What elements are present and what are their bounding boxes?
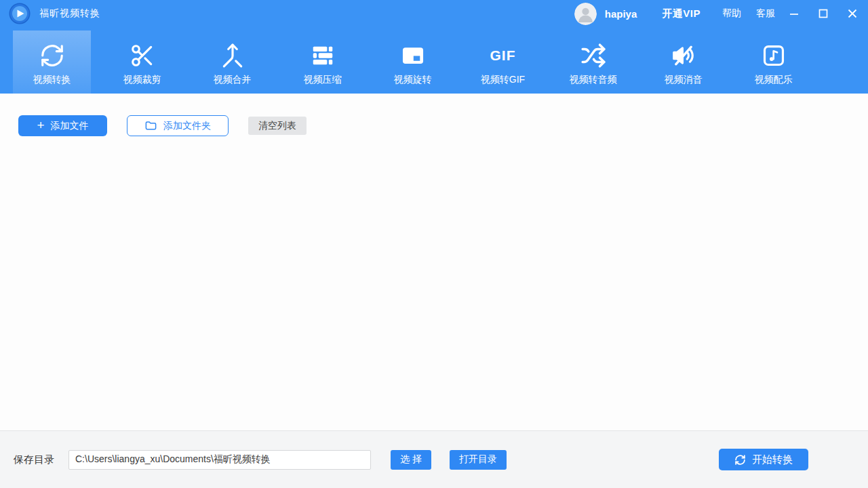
minimize-button[interactable]	[784, 3, 804, 24]
add-file-button[interactable]: + 添加文件	[18, 115, 107, 136]
app-logo-icon	[9, 3, 31, 24]
tab-label: 视频旋转	[394, 74, 432, 86]
maximize-button[interactable]	[813, 3, 833, 24]
plus-icon: +	[37, 119, 44, 131]
merge-icon	[220, 42, 245, 69]
tab-video-merge[interactable]: 视频合并	[187, 27, 277, 94]
tab-label: 视频转音频	[570, 74, 617, 86]
tab-label: 视频裁剪	[123, 74, 161, 86]
username[interactable]: hapiya	[605, 8, 637, 20]
close-button[interactable]	[842, 3, 863, 24]
mute-icon	[671, 42, 696, 69]
tab-video-convert[interactable]: 视频转换	[7, 27, 97, 94]
tab-label: 视频配乐	[755, 74, 793, 86]
clear-list-button[interactable]: 清空列表	[248, 117, 307, 135]
tab-video-mute[interactable]: 视频消音	[638, 27, 728, 94]
gif-icon: GIF	[490, 42, 516, 69]
tab-video-compress[interactable]: 视频压缩	[277, 27, 368, 94]
save-path-input[interactable]	[68, 450, 371, 470]
rotate-icon	[400, 42, 426, 69]
add-folder-button[interactable]: 添加文件夹	[127, 115, 229, 136]
tab-label: 视频压缩	[304, 74, 342, 86]
convert-refresh-icon	[734, 454, 746, 466]
tab-video-to-gif[interactable]: GIF 视频转GIF	[458, 27, 548, 94]
avatar[interactable]	[574, 3, 597, 25]
tab-label: 视频消音	[665, 74, 703, 86]
toolbar: 视频转换 视频裁剪 视频合并	[0, 27, 868, 94]
open-dir-button[interactable]: 打开目录	[450, 450, 507, 470]
music-icon	[761, 42, 787, 69]
start-convert-label: 开始转换	[752, 453, 793, 466]
shuffle-icon	[580, 42, 606, 69]
start-convert-button[interactable]: 开始转换	[719, 449, 808, 470]
support-button[interactable]: 客服	[756, 7, 775, 20]
scissors-icon	[130, 42, 155, 69]
tab-label: 视频合并	[214, 74, 252, 86]
choose-button[interactable]: 选 择	[391, 450, 431, 470]
actions-row: + 添加文件 添加文件夹 清空列表	[18, 115, 868, 136]
app-title: 福昕视频转换	[39, 7, 100, 20]
tab-video-to-audio[interactable]: 视频转音频	[548, 27, 638, 94]
folder-icon	[144, 119, 157, 132]
titlebar: 福昕视频转换 hapiya 开通VIP 帮助 客服	[0, 0, 868, 27]
compress-icon	[310, 42, 336, 69]
vip-button[interactable]: 开通VIP	[662, 7, 701, 20]
tab-video-trim[interactable]: 视频裁剪	[97, 27, 187, 94]
tab-video-soundtrack[interactable]: 视频配乐	[728, 27, 818, 94]
footer: 保存目录 选 择 打开目录 开始转换	[0, 430, 868, 488]
app-window: 福昕视频转换 hapiya 开通VIP 帮助 客服	[0, 0, 868, 488]
convert-icon	[39, 42, 65, 69]
add-folder-label: 添加文件夹	[163, 120, 211, 132]
tab-label: 视频转GIF	[481, 74, 525, 86]
tab-video-rotate[interactable]: 视频旋转	[368, 27, 458, 94]
file-list-area: + 添加文件 添加文件夹 清空列表	[0, 94, 868, 430]
help-button[interactable]: 帮助	[722, 7, 741, 20]
save-dir-label: 保存目录	[14, 453, 54, 466]
add-file-label: 添加文件	[51, 120, 89, 132]
tab-label: 视频转换	[33, 74, 71, 86]
